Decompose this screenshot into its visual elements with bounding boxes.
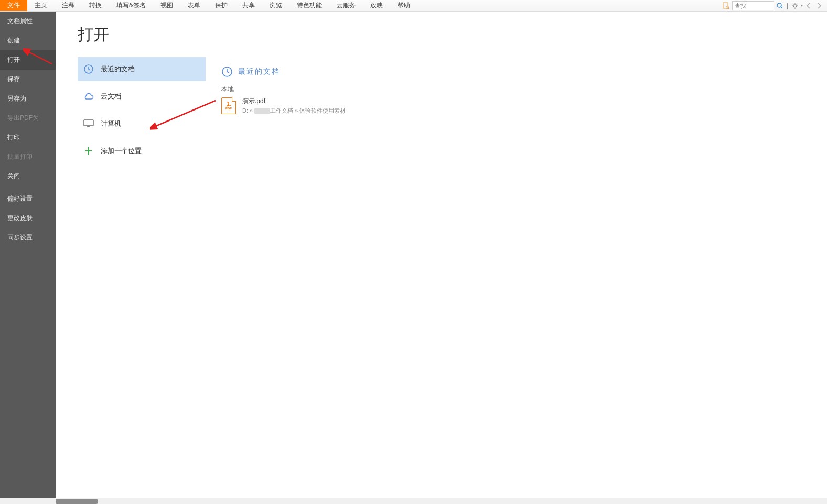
computer-icon (83, 118, 94, 129)
location-computer[interactable]: 计算机 (78, 112, 206, 136)
location-label: 云文档 (101, 92, 121, 101)
svg-line-2 (728, 8, 729, 9)
svg-point-5 (793, 4, 797, 7)
svg-point-3 (777, 3, 781, 7)
clock-icon (83, 63, 94, 75)
sidebar-item-close[interactable]: 关闭 (0, 167, 56, 186)
menubar: 文件 主页 注释 转换 填写&签名 视图 表单 保护 共享 浏览 特色功能 云服… (0, 0, 827, 12)
sidebar-item-open[interactable]: 打开 (0, 50, 56, 70)
cloud-icon (83, 91, 94, 102)
sidebar-item-create[interactable]: 创建 (0, 31, 56, 50)
redacted-segment (254, 108, 270, 114)
recent-files-panel: 最近的文档 本地 PDF 演示.pdf D: » 工作文档 » 体验软件使用素材 (206, 12, 827, 504)
tab-convert[interactable]: 转换 (82, 0, 109, 11)
page-title: 打开 (78, 24, 206, 46)
plus-icon (83, 145, 94, 157)
section-title: 最近的文档 (238, 67, 280, 76)
tab-help[interactable]: 帮助 (390, 0, 417, 11)
gear-dropdown-icon[interactable]: ▾ (801, 3, 803, 8)
location-add[interactable]: 添加一个位置 (78, 139, 206, 163)
sidebar-item-sync[interactable]: 同步设置 (0, 228, 56, 247)
find-icon[interactable] (775, 1, 785, 10)
tab-view[interactable]: 视图 (153, 0, 180, 11)
sidebar-item-saveas[interactable]: 另存为 (0, 89, 56, 108)
tab-fill-sign[interactable]: 填写&签名 (109, 0, 153, 11)
location-label: 添加一个位置 (101, 146, 142, 156)
tab-protect[interactable]: 保护 (208, 0, 235, 11)
sidebar-item-save[interactable]: 保存 (0, 70, 56, 89)
tab-present[interactable]: 放映 (363, 0, 390, 11)
main-container: 文档属性 创建 打开 保存 另存为 导出PDF为 打印 批量打印 关闭 偏好设置… (0, 12, 827, 504)
search-page-icon[interactable] (722, 1, 731, 10)
tab-form[interactable]: 表单 (180, 0, 208, 11)
location-label: 计算机 (101, 119, 121, 128)
local-label: 本地 (221, 85, 827, 94)
svg-line-12 (793, 7, 793, 7)
pdf-file-icon: PDF (221, 97, 236, 114)
sidebar-item-batchprint[interactable]: 批量打印 (0, 147, 56, 167)
tab-home[interactable]: 主页 (27, 0, 55, 11)
clock-icon (221, 66, 233, 78)
horizontal-scrollbar[interactable] (0, 498, 827, 504)
gear-icon[interactable] (790, 1, 800, 10)
file-path: D: » 工作文档 » 体验软件使用素材 (242, 107, 346, 115)
sidebar-item-print[interactable]: 打印 (0, 128, 56, 147)
sidebar-item-skin[interactable]: 更改皮肤 (0, 209, 56, 228)
location-label: 最近的文档 (101, 64, 135, 74)
sidebar-item-preferences[interactable]: 偏好设置 (0, 189, 56, 209)
tab-features[interactable]: 特色功能 (289, 0, 329, 11)
vline: | (786, 2, 789, 9)
sidebar-item-exportpdf[interactable]: 导出PDF为 (0, 108, 56, 128)
tab-browse[interactable]: 浏览 (262, 0, 289, 11)
svg-rect-0 (723, 3, 728, 8)
nav-prev-icon[interactable] (804, 1, 813, 10)
svg-line-13 (797, 3, 797, 4)
search-input[interactable] (732, 1, 774, 10)
location-cloud[interactable]: 云文档 (78, 84, 206, 108)
file-sidebar: 文档属性 创建 打开 保存 另存为 导出PDF为 打印 批量打印 关闭 偏好设置… (0, 12, 56, 504)
location-recent[interactable]: 最近的文档 (78, 57, 206, 81)
tab-file[interactable]: 文件 (0, 0, 27, 11)
svg-line-11 (797, 7, 797, 7)
file-name: 演示.pdf (242, 97, 346, 106)
tab-cloud[interactable]: 云服务 (329, 0, 363, 11)
svg-line-4 (781, 7, 782, 8)
open-locations-panel: 打开 最近的文档 云文档 计算机 (56, 12, 206, 504)
sidebar-item-docprops[interactable]: 文档属性 (0, 12, 56, 31)
tab-annotate[interactable]: 注释 (55, 0, 82, 11)
scrollbar-thumb[interactable] (56, 499, 98, 504)
tab-share[interactable]: 共享 (235, 0, 262, 11)
svg-rect-15 (84, 120, 93, 126)
svg-line-10 (793, 3, 793, 4)
nav-next-icon[interactable] (814, 1, 824, 10)
recent-file-item[interactable]: PDF 演示.pdf D: » 工作文档 » 体验软件使用素材 (221, 97, 827, 115)
